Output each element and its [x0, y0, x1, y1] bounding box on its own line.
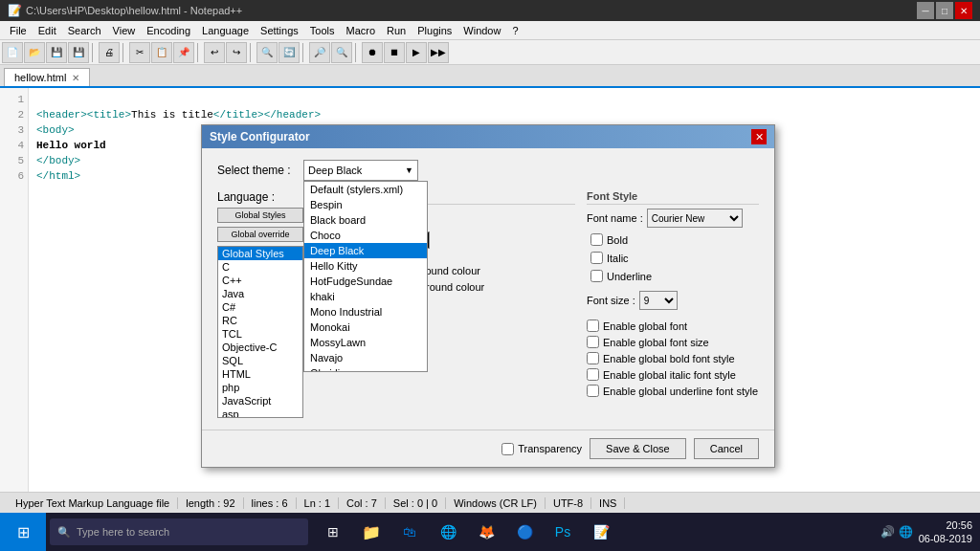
menu-edit[interactable]: Edit	[33, 23, 62, 38]
tray-time-value: 20:56	[919, 518, 972, 532]
maximize-button[interactable]: □	[936, 2, 953, 19]
taskbar-search[interactable]: 🔍 Type here to search	[50, 518, 308, 545]
lang-html[interactable]: HTML	[218, 367, 302, 381]
lang-tcl[interactable]: TCL	[218, 327, 302, 341]
theme-option-choco[interactable]: Choco	[304, 228, 427, 243]
dialog-close-btn[interactable]: ✕	[751, 129, 767, 144]
menu-tools[interactable]: Tools	[304, 23, 341, 38]
enable-global-font-checkbox[interactable]	[587, 320, 599, 332]
toolbar-copy[interactable]: 📋	[151, 42, 172, 63]
underline-checkbox[interactable]	[590, 270, 603, 282]
toolbar-paste[interactable]: 📌	[173, 42, 194, 63]
toolbar-print[interactable]: 🖨	[99, 42, 120, 63]
menu-plugins[interactable]: Plugins	[412, 23, 457, 38]
task-view-btn[interactable]: ⊞	[316, 515, 350, 549]
save-close-button[interactable]: Save & Close	[590, 438, 686, 459]
toolbar-run-macro[interactable]: ▶▶	[428, 42, 449, 63]
toolbar-open[interactable]: 📂	[24, 42, 45, 63]
store-btn[interactable]: 🛍	[392, 515, 427, 549]
lang-csharp[interactable]: C#	[218, 300, 302, 314]
lang-js[interactable]: JavaScript	[218, 394, 302, 408]
close-button[interactable]: ✕	[955, 2, 972, 19]
theme-dropdown-btn[interactable]: Deep Black ▼	[303, 160, 418, 181]
toolbar-save-all[interactable]: 💾	[68, 42, 89, 63]
lang-c[interactable]: C	[218, 260, 302, 274]
menu-help[interactable]: ?	[506, 23, 523, 38]
menu-language[interactable]: Language	[196, 23, 255, 38]
toolbar-macro-rec[interactable]: ⏺	[362, 42, 383, 63]
lang-php[interactable]: php	[218, 381, 302, 394]
global-styles-btn[interactable]: Global Styles	[217, 208, 303, 223]
edge-btn[interactable]: 🌐	[431, 515, 465, 549]
lang-sql[interactable]: SQL	[218, 354, 302, 367]
menu-window[interactable]: Window	[457, 23, 506, 38]
photoshop-btn[interactable]: Ps	[546, 515, 580, 549]
lang-cpp[interactable]: C++	[218, 274, 302, 287]
menu-view[interactable]: View	[107, 23, 142, 38]
menu-bar: File Edit Search View Encoding Language …	[0, 21, 980, 40]
toolbar-macro-stop[interactable]: ⏹	[384, 42, 405, 63]
menu-settings[interactable]: Settings	[255, 23, 304, 38]
tab-close-btn[interactable]: ✕	[72, 73, 79, 83]
theme-option-mossylawn[interactable]: MossyLawn	[304, 335, 427, 350]
language-list[interactable]: Global Styles C C++ Java C# RC TCL Objec…	[217, 246, 303, 418]
lang-java[interactable]: Java	[218, 287, 302, 300]
menu-macro[interactable]: Macro	[340, 23, 381, 38]
theme-option-obsidian[interactable]: Obsidian	[304, 365, 427, 372]
toolbar-replace[interactable]: 🔄	[278, 42, 300, 63]
start-button[interactable]: ⊞	[0, 513, 46, 551]
toolbar-cut[interactable]: ✂	[129, 42, 150, 63]
underline-label: Underline	[607, 271, 652, 282]
toolbar-zoom-in[interactable]: 🔎	[309, 42, 330, 63]
theme-option-bespin[interactable]: Bespin	[304, 197, 427, 212]
lang-asp[interactable]: asp	[218, 408, 302, 418]
font-column: Font Style Font name : Courier New Bold	[587, 190, 759, 418]
italic-row: Italic	[590, 252, 759, 264]
italic-checkbox[interactable]	[590, 252, 603, 264]
toolbar-find[interactable]: 🔍	[256, 42, 278, 63]
tab-label: hellow.html	[14, 72, 66, 83]
global-override-btn[interactable]: Global override	[217, 227, 303, 242]
enable-global-italic-checkbox[interactable]	[587, 368, 599, 381]
menu-search[interactable]: Search	[62, 23, 107, 38]
toolbar-zoom-out[interactable]: 🔍	[331, 42, 352, 63]
status-file-type: Hyper Text Markup Language file	[8, 497, 178, 509]
theme-option-hellokitty[interactable]: Hello Kitty	[304, 258, 427, 274]
menu-file[interactable]: File	[4, 23, 33, 38]
toolbar-macro-play[interactable]: ▶	[406, 42, 427, 63]
theme-option-mono[interactable]: Mono Industrial	[304, 304, 427, 320]
menu-run[interactable]: Run	[381, 23, 412, 38]
cancel-button[interactable]: Cancel	[694, 438, 759, 459]
enable-global-underline-checkbox[interactable]	[587, 385, 599, 397]
font-name-select[interactable]: Courier New	[647, 209, 743, 228]
theme-option-default[interactable]: Default (stylers.xml)	[304, 182, 427, 197]
minimize-button[interactable]: ─	[917, 2, 934, 19]
toolbar-redo[interactable]: ↪	[226, 42, 247, 63]
theme-option-blackboard[interactable]: Black board	[304, 212, 427, 228]
enable-global-font-size-checkbox[interactable]	[587, 336, 599, 348]
app6-btn[interactable]: 🔵	[507, 515, 542, 549]
lang-rc[interactable]: RC	[218, 314, 302, 327]
theme-option-monokai[interactable]: Monokai	[304, 320, 427, 335]
toolbar-undo[interactable]: ↩	[204, 42, 225, 63]
font-size-select[interactable]: 9	[639, 291, 678, 310]
status-bar: Hyper Text Markup Language file length :…	[0, 492, 980, 513]
search-placeholder: Type here to search	[77, 526, 169, 538]
theme-option-navajo[interactable]: Navajo	[304, 350, 427, 365]
theme-row: Select theme : Deep Black ▼ Default (sty…	[217, 160, 759, 181]
notepad-btn[interactable]: 📝	[584, 515, 618, 549]
lang-objc[interactable]: Objective-C	[218, 341, 302, 354]
enable-global-bold-checkbox[interactable]	[587, 352, 599, 364]
menu-encoding[interactable]: Encoding	[141, 23, 196, 38]
theme-option-deepblack[interactable]: Deep Black	[304, 243, 427, 258]
bold-checkbox[interactable]	[590, 233, 603, 246]
toolbar-new[interactable]: 📄	[2, 42, 23, 63]
transparency-checkbox[interactable]	[501, 443, 514, 455]
lang-global-styles[interactable]: Global Styles	[218, 247, 302, 260]
toolbar-save[interactable]: 💾	[46, 42, 67, 63]
firefox-btn[interactable]: 🦊	[469, 515, 503, 549]
theme-option-khaki[interactable]: khaki	[304, 289, 427, 304]
tab-hellow[interactable]: hellow.html ✕	[4, 68, 90, 86]
file-explorer-btn[interactable]: 📁	[354, 515, 389, 549]
theme-option-hotfudge[interactable]: HotFudgeSundae	[304, 274, 427, 289]
